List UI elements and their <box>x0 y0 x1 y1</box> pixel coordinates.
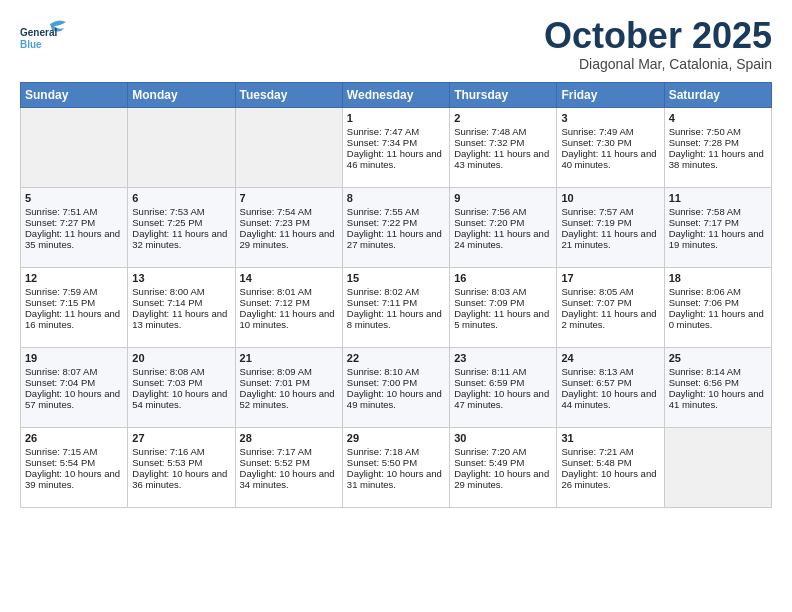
calendar-cell: 10Sunrise: 7:57 AMSunset: 7:19 PMDayligh… <box>557 187 664 267</box>
sunrise-info: Sunrise: 8:11 AM <box>454 366 552 377</box>
daylight-info: Daylight: 11 hours and 0 minutes. <box>669 308 767 330</box>
calendar-cell <box>128 107 235 187</box>
day-number: 19 <box>25 352 123 364</box>
sunset-info: Sunset: 5:52 PM <box>240 457 338 468</box>
sunrise-info: Sunrise: 7:59 AM <box>25 286 123 297</box>
day-number: 17 <box>561 272 659 284</box>
calendar-cell: 13Sunrise: 8:00 AMSunset: 7:14 PMDayligh… <box>128 267 235 347</box>
calendar-cell: 28Sunrise: 7:17 AMSunset: 5:52 PMDayligh… <box>235 427 342 507</box>
sunset-info: Sunset: 7:27 PM <box>25 217 123 228</box>
daylight-info: Daylight: 10 hours and 36 minutes. <box>132 468 230 490</box>
calendar-cell: 23Sunrise: 8:11 AMSunset: 6:59 PMDayligh… <box>450 347 557 427</box>
sunrise-info: Sunrise: 8:02 AM <box>347 286 445 297</box>
daylight-info: Daylight: 10 hours and 47 minutes. <box>454 388 552 410</box>
sunset-info: Sunset: 7:32 PM <box>454 137 552 148</box>
day-number: 12 <box>25 272 123 284</box>
sunset-info: Sunset: 5:50 PM <box>347 457 445 468</box>
day-number: 20 <box>132 352 230 364</box>
calendar-week-5: 26Sunrise: 7:15 AMSunset: 5:54 PMDayligh… <box>21 427 772 507</box>
day-number: 25 <box>669 352 767 364</box>
calendar-cell <box>664 427 771 507</box>
calendar-cell: 22Sunrise: 8:10 AMSunset: 7:00 PMDayligh… <box>342 347 449 427</box>
sunset-info: Sunset: 7:34 PM <box>347 137 445 148</box>
calendar-cell: 3Sunrise: 7:49 AMSunset: 7:30 PMDaylight… <box>557 107 664 187</box>
month-title: October 2025 <box>544 16 772 56</box>
sunrise-info: Sunrise: 7:20 AM <box>454 446 552 457</box>
sunset-info: Sunset: 7:09 PM <box>454 297 552 308</box>
day-number: 11 <box>669 192 767 204</box>
daylight-info: Daylight: 11 hours and 40 minutes. <box>561 148 659 170</box>
calendar-cell: 8Sunrise: 7:55 AMSunset: 7:22 PMDaylight… <box>342 187 449 267</box>
weekday-header-friday: Friday <box>557 82 664 107</box>
sunrise-info: Sunrise: 7:48 AM <box>454 126 552 137</box>
sunset-info: Sunset: 7:11 PM <box>347 297 445 308</box>
sunset-info: Sunset: 5:54 PM <box>25 457 123 468</box>
sunrise-info: Sunrise: 7:55 AM <box>347 206 445 217</box>
daylight-info: Daylight: 11 hours and 13 minutes. <box>132 308 230 330</box>
location: Diagonal Mar, Catalonia, Spain <box>544 56 772 72</box>
sunrise-info: Sunrise: 7:57 AM <box>561 206 659 217</box>
day-number: 4 <box>669 112 767 124</box>
calendar-cell: 25Sunrise: 8:14 AMSunset: 6:56 PMDayligh… <box>664 347 771 427</box>
sunrise-info: Sunrise: 7:58 AM <box>669 206 767 217</box>
sunset-info: Sunset: 6:56 PM <box>669 377 767 388</box>
sunset-info: Sunset: 7:15 PM <box>25 297 123 308</box>
sunrise-info: Sunrise: 7:15 AM <box>25 446 123 457</box>
daylight-info: Daylight: 11 hours and 21 minutes. <box>561 228 659 250</box>
calendar-week-3: 12Sunrise: 7:59 AMSunset: 7:15 PMDayligh… <box>21 267 772 347</box>
calendar-cell: 7Sunrise: 7:54 AMSunset: 7:23 PMDaylight… <box>235 187 342 267</box>
sunset-info: Sunset: 7:00 PM <box>347 377 445 388</box>
daylight-info: Daylight: 10 hours and 34 minutes. <box>240 468 338 490</box>
day-number: 26 <box>25 432 123 444</box>
calendar-week-2: 5Sunrise: 7:51 AMSunset: 7:27 PMDaylight… <box>21 187 772 267</box>
calendar-cell: 20Sunrise: 8:08 AMSunset: 7:03 PMDayligh… <box>128 347 235 427</box>
header-row: SundayMondayTuesdayWednesdayThursdayFrid… <box>21 82 772 107</box>
sunrise-info: Sunrise: 8:06 AM <box>669 286 767 297</box>
sunrise-info: Sunrise: 7:16 AM <box>132 446 230 457</box>
daylight-info: Daylight: 10 hours and 41 minutes. <box>669 388 767 410</box>
sunset-info: Sunset: 7:06 PM <box>669 297 767 308</box>
daylight-info: Daylight: 11 hours and 8 minutes. <box>347 308 445 330</box>
sunset-info: Sunset: 6:57 PM <box>561 377 659 388</box>
day-number: 21 <box>240 352 338 364</box>
daylight-info: Daylight: 11 hours and 10 minutes. <box>240 308 338 330</box>
daylight-info: Daylight: 10 hours and 57 minutes. <box>25 388 123 410</box>
day-number: 3 <box>561 112 659 124</box>
calendar-cell: 11Sunrise: 7:58 AMSunset: 7:17 PMDayligh… <box>664 187 771 267</box>
calendar-cell: 19Sunrise: 8:07 AMSunset: 7:04 PMDayligh… <box>21 347 128 427</box>
sunrise-info: Sunrise: 7:49 AM <box>561 126 659 137</box>
calendar-cell: 6Sunrise: 7:53 AMSunset: 7:25 PMDaylight… <box>128 187 235 267</box>
calendar-cell <box>21 107 128 187</box>
sunrise-info: Sunrise: 7:21 AM <box>561 446 659 457</box>
calendar-cell: 29Sunrise: 7:18 AMSunset: 5:50 PMDayligh… <box>342 427 449 507</box>
calendar-cell: 5Sunrise: 7:51 AMSunset: 7:27 PMDaylight… <box>21 187 128 267</box>
day-number: 22 <box>347 352 445 364</box>
logo-icon: General Blue <box>20 16 68 52</box>
calendar-cell: 30Sunrise: 7:20 AMSunset: 5:49 PMDayligh… <box>450 427 557 507</box>
day-number: 5 <box>25 192 123 204</box>
sunrise-info: Sunrise: 7:18 AM <box>347 446 445 457</box>
daylight-info: Daylight: 11 hours and 24 minutes. <box>454 228 552 250</box>
day-number: 15 <box>347 272 445 284</box>
daylight-info: Daylight: 11 hours and 27 minutes. <box>347 228 445 250</box>
sunrise-info: Sunrise: 7:47 AM <box>347 126 445 137</box>
calendar-week-1: 1Sunrise: 7:47 AMSunset: 7:34 PMDaylight… <box>21 107 772 187</box>
sunset-info: Sunset: 7:03 PM <box>132 377 230 388</box>
day-number: 23 <box>454 352 552 364</box>
day-number: 16 <box>454 272 552 284</box>
calendar-cell: 18Sunrise: 8:06 AMSunset: 7:06 PMDayligh… <box>664 267 771 347</box>
day-number: 29 <box>347 432 445 444</box>
day-number: 7 <box>240 192 338 204</box>
sunrise-info: Sunrise: 8:08 AM <box>132 366 230 377</box>
sunrise-info: Sunrise: 7:53 AM <box>132 206 230 217</box>
daylight-info: Daylight: 11 hours and 38 minutes. <box>669 148 767 170</box>
calendar-cell <box>235 107 342 187</box>
calendar-cell: 9Sunrise: 7:56 AMSunset: 7:20 PMDaylight… <box>450 187 557 267</box>
svg-text:Blue: Blue <box>20 39 42 50</box>
sunset-info: Sunset: 7:19 PM <box>561 217 659 228</box>
day-number: 18 <box>669 272 767 284</box>
daylight-info: Daylight: 10 hours and 49 minutes. <box>347 388 445 410</box>
sunset-info: Sunset: 7:12 PM <box>240 297 338 308</box>
sunset-info: Sunset: 7:25 PM <box>132 217 230 228</box>
daylight-info: Daylight: 11 hours and 46 minutes. <box>347 148 445 170</box>
